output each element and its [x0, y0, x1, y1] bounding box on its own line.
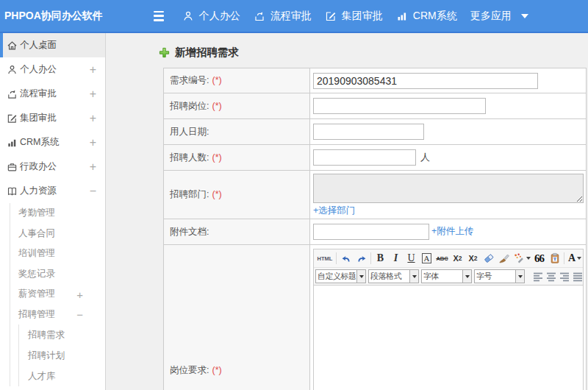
attachment-upload-link[interactable]: +附件上传 [431, 226, 473, 236]
sidebar-submenu-human-resources: 考勤管理 人事合同 培训管理 奖惩记录 薪资管理 + 招聘管理 − 招聘需求 招… [10, 203, 105, 386]
recruit-count-input[interactable] [313, 149, 416, 166]
font-family-select[interactable]: 字体 [421, 269, 472, 283]
main-content: 新增招聘需求 需求编号:(*) 招聘岗位:(*) 用人日期: 招聘人数:(*) … [107, 33, 588, 390]
sidebar-item-label: 奖惩记录 [18, 268, 55, 280]
expand-toggle[interactable]: + [90, 161, 96, 173]
sidebar-item-personal-desktop[interactable]: 个人桌面 [0, 33, 105, 57]
form-row-recruit-department: 招聘部门:(*) +选择部门 [164, 171, 587, 219]
redo-icon[interactable] [354, 251, 369, 266]
sidebar-item-group-approval[interactable]: 集团审批 + [0, 106, 105, 130]
topnav-item-workflow-approval[interactable]: 流程审批 [254, 10, 312, 23]
toolbar-separator [370, 252, 371, 264]
bar-chart-icon [7, 137, 18, 148]
font-color-button[interactable]: A [566, 251, 583, 266]
edit-square-icon [325, 10, 337, 22]
topnav-item-personal-office[interactable]: 个人办公 [182, 10, 240, 23]
strikethrough-button[interactable]: ABC [434, 251, 450, 266]
topnav-item-group-approval[interactable]: 集团审批 [325, 10, 383, 23]
html-source-button[interactable]: HTML [315, 251, 334, 266]
employment-date-input[interactable] [313, 124, 424, 140]
paste-icon[interactable]: T [547, 251, 562, 266]
expand-toggle[interactable]: + [90, 113, 96, 124]
collapse-toggle[interactable]: − [90, 185, 96, 197]
recruitment-demand-form: 需求编号:(*) 招聘岗位:(*) 用人日期: 招聘人数:(*) 人 招聘部门:… [163, 68, 587, 390]
sidebar-item-crm-system[interactable]: CRM系统 + [0, 130, 105, 155]
attachment-input[interactable] [313, 224, 429, 240]
superscript-button[interactable]: X2 [450, 251, 465, 266]
sidebar-item-label: 薪资管理 [18, 288, 55, 300]
home-icon [7, 40, 18, 51]
sidebar-item-reward-punishment[interactable]: 奖惩记录 [10, 264, 105, 285]
italic-button[interactable]: I [388, 251, 404, 266]
sidebar-item-label: CRM系统 [20, 136, 59, 149]
expand-toggle[interactable]: + [90, 64, 96, 76]
briefcase-icon [7, 161, 18, 172]
sidebar-item-personal-office[interactable]: 个人办公 + [0, 57, 105, 82]
form-row-employment-date: 用人日期: [164, 119, 587, 145]
bold-button[interactable]: B [373, 251, 388, 266]
topnav-label: 个人办公 [199, 10, 240, 23]
expand-toggle[interactable]: + [90, 137, 96, 149]
caret-down-icon [526, 257, 531, 260]
sidebar-item-attendance-mgmt[interactable]: 考勤管理 [10, 203, 105, 224]
expand-toggle[interactable]: + [90, 88, 96, 100]
sidebar-item-label: 人事合同 [18, 227, 55, 240]
topnav-label: 更多应用 [470, 10, 512, 23]
sidebar-item-label: 人才库 [28, 370, 56, 383]
sidebar-item-label: 个人桌面 [20, 39, 57, 52]
align-left-icon[interactable] [533, 272, 543, 282]
sidebar-item-training-mgmt[interactable]: 培训管理 [10, 244, 105, 264]
sidebar-item-recruitment-mgmt[interactable]: 招聘管理 − [10, 305, 105, 325]
undo-icon[interactable] [338, 251, 354, 266]
align-center-icon[interactable] [546, 272, 556, 282]
expand-toggle[interactable]: + [76, 288, 83, 299]
editor-toolbar-row1: HTML B I U A ABC X2 [314, 249, 583, 268]
eraser-icon[interactable] [481, 251, 496, 266]
caret-down-icon[interactable] [462, 270, 471, 283]
sidebar-item-label: 培训管理 [18, 247, 55, 260]
sidebar-item-admin-office[interactable]: 行政办公 + [0, 155, 105, 179]
align-right-icon[interactable] [559, 272, 570, 282]
workflow-icon [254, 10, 265, 22]
field-label: 附件文档: [170, 227, 209, 237]
editor-body[interactable] [314, 286, 583, 390]
demand-number-input[interactable] [313, 73, 538, 89]
paragraph-format-select[interactable]: 段落格式 [368, 269, 419, 283]
recruit-department-textarea[interactable] [313, 174, 584, 203]
caret-down-icon [577, 257, 581, 260]
collapse-toggle[interactable]: − [76, 309, 83, 320]
font-box-button[interactable]: A [419, 251, 434, 266]
sidebar-item-talent-pool[interactable]: 人才库 [19, 366, 105, 386]
sidebar-item-human-resources[interactable]: 人力资源 − [0, 179, 105, 203]
field-label: 招聘部门: [170, 189, 209, 199]
sidebar-item-recruitment-plan[interactable]: 招聘计划 [19, 345, 105, 366]
subscript-button[interactable]: X2 [465, 251, 481, 266]
font-size-select[interactable]: 字号 [474, 269, 525, 283]
format-painter-icon[interactable] [512, 251, 531, 266]
caret-down-icon[interactable] [515, 270, 524, 283]
required-mark: (*) [212, 152, 221, 163]
field-label: 需求编号: [170, 75, 209, 85]
caret-down-icon[interactable] [356, 270, 365, 283]
required-mark: (*) [212, 365, 221, 375]
sidebar-item-label: 人力资源 [20, 185, 57, 197]
add-plus-icon [159, 47, 170, 58]
underline-button[interactable]: U [404, 251, 419, 266]
sidebar-item-salary-mgmt[interactable]: 薪资管理 + [10, 284, 105, 305]
sidebar-item-label: 个人办公 [20, 63, 57, 76]
align-justify-icon[interactable] [573, 272, 583, 282]
recruit-position-input[interactable] [313, 98, 486, 114]
topnav-item-crm-system[interactable]: CRM系统 [396, 10, 457, 23]
blockquote-button[interactable]: 66 [531, 251, 547, 266]
toolbar-separator [564, 252, 564, 264]
select-department-link[interactable]: +选择部门 [313, 205, 355, 216]
clean-brush-icon[interactable] [496, 251, 512, 266]
custom-heading-select[interactable]: 自定义标题 [315, 269, 366, 283]
sidebar-item-recruitment-demand[interactable]: 招聘需求 [19, 325, 105, 345]
sidebar-item-workflow-approval[interactable]: 流程审批 + [0, 82, 105, 106]
sidebar-item-hr-contract[interactable]: 人事合同 [10, 224, 105, 244]
menu-toggle-icon[interactable] [154, 11, 165, 21]
caret-down-icon[interactable] [409, 270, 418, 283]
sidebar-item-label: 招聘需求 [28, 329, 65, 341]
topnav-item-more-apps[interactable]: 更多应用 [470, 10, 528, 23]
